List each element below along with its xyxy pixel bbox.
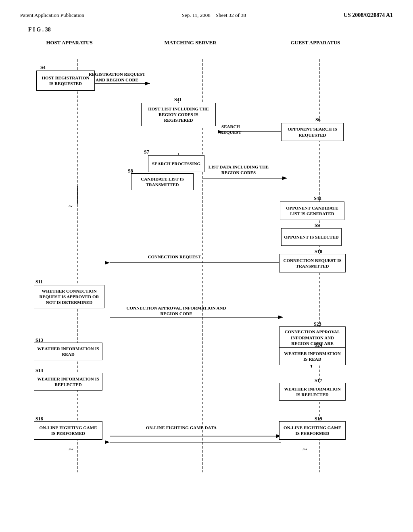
box-opponent-search-requested: OPPONENT SEARCH IS REQUESTED xyxy=(281,123,344,141)
page: Patent Application Publication Sep. 11, … xyxy=(0,0,413,532)
box-opponent-candidate-list: OPPONENT CANDIDATE LIST IS GENERATED xyxy=(280,202,344,220)
box-weather-info-reflected-host: WEATHER INFORMATION IS REFLECTED xyxy=(34,373,102,391)
flow-list-data: LIST DATA INCLUDING THE REGION CODES xyxy=(207,164,270,176)
box-candidate-list-transmitted: CANDIDATE LIST IS TRANSMITTED xyxy=(131,173,194,190)
box-weather-info-read-host: WEATHER INFORMATION IS READ xyxy=(34,343,102,360)
col-header-host: HOST APPARATUS xyxy=(37,39,102,46)
box-connection-request-transmitted: CONNECTION REQUEST IS TRANSMITTED xyxy=(279,254,346,272)
step-s42: S42 xyxy=(314,195,321,202)
box-host-list-registered: HOST LIST INCLUDING THE REGION CODES IS … xyxy=(141,103,216,126)
col-header-server: MATCHING SERVER xyxy=(150,39,231,46)
step-s41: S41 xyxy=(174,97,182,103)
step-s11: S11 xyxy=(35,279,43,285)
page-header: Patent Application Publication Sep. 11, … xyxy=(20,12,393,19)
flow-online-fighting-data: ON-LINE FIGHTING GAME DATA xyxy=(142,425,221,430)
flow-connection-approval: CONNECTION APPROVAL INFORMATION AND REGI… xyxy=(118,305,235,317)
flow-registration-request: REGISTRATION REQUEST AND REGION CODE xyxy=(85,71,149,83)
step-s4: S4 xyxy=(40,64,46,71)
box-weather-info-read-guest: WEATHER INFORMATION IS READ xyxy=(279,347,346,365)
diagram: HOST APPARATUS MATCHING SERVER GUEST APP… xyxy=(25,37,388,505)
step-s7: S7 xyxy=(144,149,149,155)
flow-connection-request: CONNECTION REQUEST xyxy=(138,254,211,260)
box-whether-connection: WHETHER CONNECTION REQUEST IS APPROVED O… xyxy=(34,285,104,308)
flow-search-request: SEARCH REQUEST xyxy=(211,124,251,135)
step-s6: S6 xyxy=(315,117,321,123)
header-patent-number: US 2008/0220874 A1 xyxy=(344,12,393,19)
box-online-fighting-guest: ON-LINE FIGHTING GAME IS PERFORMED xyxy=(279,421,346,440)
box-opponent-selected: OPPONENT IS SELECTED xyxy=(281,228,342,246)
squiggle-host-2: ~ xyxy=(69,444,73,455)
figure-label: F I G . 38 xyxy=(28,27,393,33)
box-weather-info-reflected-guest: WEATHER INFORMATION IS REFLECTED xyxy=(279,383,346,401)
col-header-guest: GUEST APPARATUS xyxy=(283,39,348,46)
header-publication: Patent Application Publication xyxy=(20,12,84,19)
box-online-fighting-host: ON-LINE FIGHTING GAME IS PERFORMED xyxy=(34,421,102,440)
box-search-processing: SEARCH PROCESSING xyxy=(148,155,204,172)
squiggle-host-1: ~ xyxy=(69,202,73,211)
squiggle-guest-2: ~ xyxy=(302,444,307,455)
step-s9: S9 xyxy=(315,222,320,229)
header-date-sheet: Sep. 11, 2008 Sheet 32 of 38 xyxy=(182,12,246,19)
